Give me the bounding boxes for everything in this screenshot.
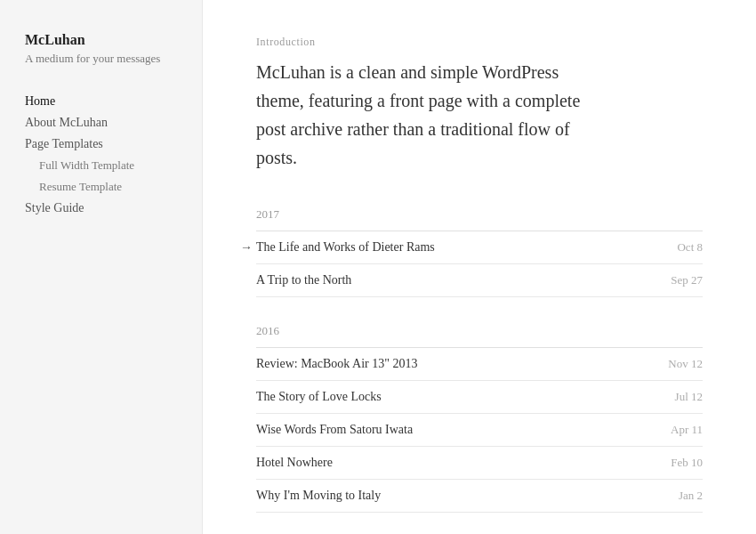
main-content: Introduction McLuhan is a clean and simp… xyxy=(203,0,756,534)
sidebar-item-about-mcluhan[interactable]: About McLuhan xyxy=(25,114,177,130)
site-title[interactable]: McLuhan xyxy=(25,32,177,48)
year-section-2016: 2016Review: MacBook Air 13" 2013Nov 12Th… xyxy=(256,324,703,513)
post-title-link[interactable]: Why I'm Moving to Italy xyxy=(256,489,381,503)
sidebar-link-home[interactable]: Home xyxy=(25,94,55,108)
post-title-link[interactable]: Hotel Nowhere xyxy=(256,456,333,470)
post-date: Jan 2 xyxy=(679,489,703,503)
year-section-2017: 2017The Life and Works of Dieter RamsOct… xyxy=(256,207,703,297)
sidebar-item-page-templates[interactable]: Page Templates xyxy=(25,135,177,151)
post-date: Nov 12 xyxy=(668,357,703,371)
post-title-link[interactable]: The Life and Works of Dieter Rams xyxy=(256,240,435,255)
post-list-2017: The Life and Works of Dieter RamsOct 8A … xyxy=(256,231,703,297)
post-sections: 2017The Life and Works of Dieter RamsOct… xyxy=(256,207,703,534)
sidebar: McLuhan A medium for your messages Home … xyxy=(0,0,203,534)
sidebar-link-about[interactable]: About McLuhan xyxy=(25,116,108,129)
sidebar-item-resume-template[interactable]: Resume Template xyxy=(25,178,177,194)
sidebar-link-full-width-template[interactable]: Full Width Template xyxy=(39,158,134,172)
sidebar-link-style-guide[interactable]: Style Guide xyxy=(25,201,84,214)
table-row: A Trip to the NorthSep 27 xyxy=(256,264,703,297)
site-tagline: A medium for your messages xyxy=(25,52,177,66)
sidebar-item-style-guide[interactable]: Style Guide xyxy=(25,199,177,215)
year-label-2016: 2016 xyxy=(256,324,703,338)
post-date: Apr 11 xyxy=(671,423,703,437)
table-row: Wise Words From Satoru IwataApr 11 xyxy=(256,414,703,447)
table-row: Review: MacBook Air 13" 2013Nov 12 xyxy=(256,348,703,381)
sidebar-nav: Home About McLuhan Page Templates Full W… xyxy=(25,93,177,215)
table-row: The Story of Love LocksJul 12 xyxy=(256,381,703,414)
intro-text: McLuhan is a clean and simple WordPress … xyxy=(256,58,594,172)
intro-label: Introduction xyxy=(256,36,703,49)
post-list-2016: Review: MacBook Air 13" 2013Nov 12The St… xyxy=(256,347,703,513)
post-title-link[interactable]: The Story of Love Locks xyxy=(256,390,382,404)
post-title-link[interactable]: Wise Words From Satoru Iwata xyxy=(256,423,413,437)
post-date: Oct 8 xyxy=(677,240,703,255)
table-row: The Life and Works of Dieter RamsOct 8 xyxy=(256,231,703,264)
table-row: Hotel NowhereFeb 10 xyxy=(256,447,703,480)
sidebar-item-full-width-template[interactable]: Full Width Template xyxy=(25,157,177,173)
post-title-link[interactable]: A Trip to the North xyxy=(256,273,351,287)
post-date: Jul 12 xyxy=(675,390,703,404)
sidebar-link-page-templates[interactable]: Page Templates xyxy=(25,137,103,150)
post-date: Feb 10 xyxy=(671,456,703,470)
sidebar-link-resume-template[interactable]: Resume Template xyxy=(39,180,122,193)
year-label-2017: 2017 xyxy=(256,207,703,222)
post-date: Sep 27 xyxy=(671,273,703,287)
table-row: Why I'm Moving to ItalyJan 2 xyxy=(256,480,703,513)
post-title-link[interactable]: Review: MacBook Air 13" 2013 xyxy=(256,357,417,371)
sidebar-item-home[interactable]: Home xyxy=(25,93,177,109)
